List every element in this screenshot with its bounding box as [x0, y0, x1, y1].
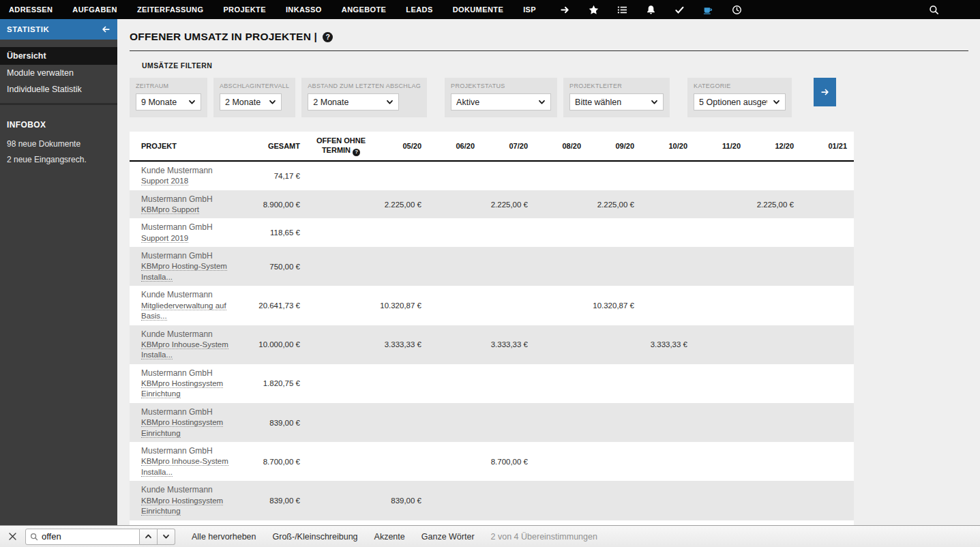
table-row: Kunde MustermannKBMpro Inhouse-System In…	[130, 325, 854, 364]
close-findbar-icon[interactable]	[8, 532, 17, 541]
help-icon[interactable]: ?	[323, 32, 333, 42]
month-value-cell	[375, 161, 428, 190]
bell-icon[interactable]	[646, 5, 656, 15]
project-link[interactable]: KBMpro Support	[141, 205, 199, 214]
filter-select[interactable]: Bitte wählen	[569, 93, 664, 110]
findbar-option-ganze-wörter[interactable]: Ganze Wörter	[421, 532, 475, 542]
findbar-option-akzente[interactable]: Akzente	[374, 532, 405, 542]
find-status: 2 von 4 Übereinstimmungen	[491, 532, 597, 542]
month-value-cell: 2.225,00 €	[747, 190, 801, 219]
month-value-cell	[747, 403, 801, 442]
filter-row: ZEITRAUM9 MonateABSCHLAGINTERVALL2 Monat…	[130, 78, 968, 117]
open-without-date-cell	[307, 325, 375, 364]
nav-item-aufgaben[interactable]: AUFGABEN	[72, 5, 117, 14]
table-header-row: PROJEKT GESAMT OFFEN OHNE TERMIN ? 05/20…	[130, 132, 854, 161]
table-body: Kunde MustermannSupport 201874,17 €Muste…	[130, 161, 854, 547]
month-value-cell	[428, 161, 481, 190]
sidebar: STATISTIK ÜbersichtModule verwaltenIndiv…	[0, 19, 117, 525]
nav-item-inkasso[interactable]: INKASSO	[286, 5, 322, 14]
coffee-icon[interactable]	[703, 5, 713, 15]
month-value-cell	[428, 403, 481, 442]
open-without-date-cell	[307, 190, 375, 219]
filter-select[interactable]: 2 Monate	[308, 93, 399, 110]
chevron-up-icon	[145, 533, 152, 540]
filter-abschlagintervall: ABSCHLAGINTERVALL2 Monate	[213, 78, 295, 117]
customer-name: Mustermann GmbH	[141, 250, 243, 261]
sidebar-nav: ÜbersichtModule verwaltenIndividuelle St…	[0, 47, 117, 105]
nav-item-angebote[interactable]: ANGEBOTE	[342, 5, 387, 14]
infobox-item[interactable]: 2 neue Eingangsrech.	[0, 152, 117, 168]
apply-filters-button[interactable]	[814, 78, 836, 106]
column-help-icon[interactable]: ?	[353, 149, 360, 156]
month-value-cell	[641, 364, 694, 403]
chevron-down-icon	[651, 98, 658, 106]
sidebar-item-individuelle-statistik[interactable]: Individuelle Statistik	[0, 81, 117, 98]
month-value-cell	[747, 325, 801, 364]
infobox-item[interactable]: 98 neue Dokumente	[0, 136, 117, 152]
filter-select[interactable]: 5 Optionen ausgewählt	[694, 93, 786, 110]
filter-select[interactable]: 9 Monate	[136, 93, 201, 110]
month-value-cell	[535, 247, 588, 286]
filter-select[interactable]: Aktive	[451, 93, 551, 110]
filter-section-header[interactable]: UMSÄTZE FILTERN	[130, 61, 968, 70]
project-link[interactable]: KBMpro Hosting-System Installa...	[141, 262, 227, 282]
filter-selected-value: 2 Monate	[225, 98, 261, 107]
list-icon[interactable]	[617, 5, 627, 15]
clock-icon[interactable]	[732, 5, 742, 15]
nav-item-dokumente[interactable]: DOKUMENTE	[453, 5, 504, 14]
open-without-date-cell	[307, 218, 375, 247]
month-value-cell	[694, 190, 747, 219]
project-link[interactable]: KBMpro Inhouse-System Installa...	[141, 457, 228, 477]
table-row: Kunde MustermannKBMpro Hostingsystem Ein…	[130, 481, 854, 520]
nav-item-projekte[interactable]: PROJEKTE	[223, 5, 266, 14]
filter-select[interactable]: 2 Monate	[220, 93, 282, 110]
month-value-cell	[747, 364, 801, 403]
open-without-date-cell	[307, 403, 375, 442]
month-value-cell	[801, 403, 854, 442]
findbar-option-alle-hervorheben[interactable]: Alle hervorheben	[192, 532, 256, 542]
month-value-cell	[747, 481, 801, 520]
chevron-down-icon	[386, 98, 394, 106]
filter-label: PROJEKTLEITER	[569, 83, 664, 89]
project-link[interactable]: KBMpro Hostingsystem Einrichtung	[141, 497, 223, 516]
column-header-month: 07/20	[481, 132, 535, 161]
sidebar-item-übersicht[interactable]: Übersicht	[0, 47, 117, 65]
project-link[interactable]: KBMpro Hostingsystem Einrichtung	[141, 418, 223, 438]
sidebar-item-module-verwalten[interactable]: Module verwalten	[0, 65, 117, 81]
column-header-project: PROJEKT	[130, 132, 246, 161]
nav-item-leads[interactable]: LEADS	[406, 5, 432, 14]
project-link[interactable]: Support 2018	[141, 177, 188, 186]
collapse-sidebar-icon[interactable]	[101, 25, 110, 34]
month-value-cell	[694, 403, 747, 442]
nav-item-adressen[interactable]: ADRESSEN	[9, 5, 53, 14]
findbar-option-groß-kleinschreibung[interactable]: Groß-/Kleinschreibung	[273, 532, 358, 542]
check-icon[interactable]	[674, 5, 685, 15]
find-next-button[interactable]	[158, 529, 175, 545]
find-previous-button[interactable]	[140, 529, 158, 545]
filter-selected-value: 2 Monate	[313, 98, 348, 107]
open-without-date-cell	[307, 286, 375, 325]
nav-item-zeiterfassung[interactable]: ZEITERFASSUNG	[137, 5, 204, 14]
project-link[interactable]: Mitgliederverwaltung auf Basis...	[141, 301, 226, 321]
arrow-right-icon[interactable]	[560, 5, 570, 15]
filter-label: KATEGORIE	[694, 83, 786, 89]
month-value-cell	[694, 247, 747, 286]
open-without-date-cell	[307, 364, 375, 403]
top-navigation: ADRESSENAUFGABENZEITERFASSUNGPROJEKTEINK…	[0, 0, 980, 19]
month-value-cell	[428, 325, 481, 364]
search-icon[interactable]	[929, 5, 939, 15]
project-link[interactable]: KBMpro Hostingsystem Einrichtung	[141, 379, 223, 399]
project-link[interactable]: KBMpro Inhouse-System Installa...	[141, 340, 228, 360]
month-value-cell	[375, 442, 428, 481]
project-link[interactable]: Support 2019	[141, 234, 188, 243]
filter-projektstatus: PROJEKTSTATUSAktive	[445, 78, 557, 117]
star-icon[interactable]	[589, 5, 599, 15]
table-row: Mustermann GmbHKBMpro Hostingsystem Einr…	[130, 403, 854, 442]
findbar-options: Alle hervorhebenGroß-/KleinschreibungAkz…	[175, 532, 475, 542]
nav-item-isp[interactable]: ISP	[523, 5, 536, 14]
find-input[interactable]	[42, 531, 135, 542]
find-input-wrap[interactable]	[25, 529, 140, 545]
month-value-cell	[535, 325, 588, 364]
filter-selected-value: Bitte wählen	[575, 98, 621, 107]
month-value-cell	[801, 442, 854, 481]
